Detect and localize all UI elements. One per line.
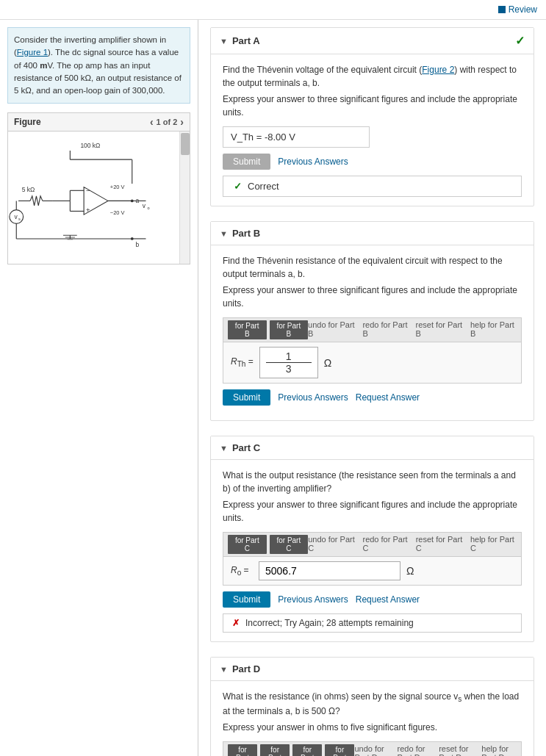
part-c-help: help for Part C	[470, 535, 517, 554]
part-b-header[interactable]: ▼ Part B	[211, 222, 534, 245]
part-b-previous-answers[interactable]: Previous Answers	[278, 392, 348, 403]
svg-text:+20 V: +20 V	[110, 184, 125, 191]
part-b-redo: redo for Part B	[362, 320, 409, 339]
part-b-question: Find the Thévenin resistance of the equi…	[223, 254, 522, 281]
part-a-section: ▼ Part A ✓ Find the Thévenin voltage of …	[210, 27, 534, 206]
part-c-field-label: Ro =	[231, 565, 253, 577]
part-a-body: Find the Thévenin voltage of the equival…	[211, 54, 534, 206]
part-a-submit-button[interactable]: Submit	[223, 154, 270, 170]
part-c-header[interactable]: ▼ Part C	[211, 436, 534, 460]
part-d-redo: redo for Part D	[398, 744, 434, 756]
main-layout: Consider the inverting amplifier shown i…	[0, 20, 546, 756]
part-c-label: Part C	[232, 442, 260, 453]
part-a-previous-answers[interactable]: Previous Answers	[278, 156, 348, 167]
part-b-instruction: Express your answer to three significant…	[223, 284, 522, 310]
figure-header: Figure ‹ 1 of 2 ›	[8, 113, 190, 132]
part-b-math-area: for Part B for Part B undo for Part B re…	[223, 317, 522, 384]
part-c-arrow: ▼	[220, 444, 228, 453]
part-c-toolbar: for Part C for Part C undo for Part C re…	[223, 533, 521, 557]
part-a-correct-box: ✓ Correct	[223, 176, 522, 197]
part-c-undo: undo for Part C	[308, 535, 356, 554]
part-b-label: Part B	[232, 228, 260, 239]
svg-text:s: s	[18, 217, 21, 221]
part-a-question: Find the Thévenin voltage of the equival…	[223, 63, 522, 90]
part-b-arrow: ▼	[220, 229, 228, 238]
part-d-header[interactable]: ▼ Part D	[211, 658, 534, 681]
part-d-toolbar-btn4[interactable]: for Part D	[325, 744, 354, 756]
part-a-answer-value: V_Th = -8.00 V	[231, 132, 295, 143]
part-c-incorrect-box: ✗ Incorrect; Try Again; 28 attempts rema…	[223, 613, 522, 633]
prev-figure-button[interactable]: ‹	[150, 116, 154, 128]
svg-text:5 kΩ: 5 kΩ	[22, 186, 35, 193]
part-c-math-area: for Part C for Part C undo for Part C re…	[223, 532, 522, 586]
part-b-toolbar-right: undo for Part B redo for Part B reset fo…	[308, 320, 517, 339]
part-b-toolbar-btn2[interactable]: for Part B	[270, 320, 309, 339]
part-d-section: ▼ Part D What is the resistance (in ohms…	[210, 657, 534, 756]
part-b-request-answer[interactable]: Request Answer	[356, 392, 420, 403]
part-d-math-area: for Part D for Part D for Part D for Par…	[223, 741, 522, 756]
svg-text:−: −	[86, 187, 90, 195]
part-d-question: What is the resistance (in ohms) seen by…	[223, 690, 522, 718]
part-c-previous-answers[interactable]: Previous Answers	[278, 594, 348, 605]
part-a-instruction: Express your answer to three significant…	[223, 93, 522, 119]
part-c-input[interactable]	[259, 561, 400, 580]
figure-nav: ‹ 1 of 2 ›	[150, 116, 184, 128]
part-d-toolbar-btn1[interactable]: for Part D	[228, 744, 257, 756]
part-d-toolbar-btn2[interactable]: for Part D	[260, 744, 290, 756]
part-c-submit-button[interactable]: Submit	[223, 591, 270, 608]
part-c-toolbar-right: undo for Part C redo for Part C reset fo…	[308, 535, 517, 554]
figure-page: 1 of 2	[157, 118, 178, 126]
svg-text:v: v	[14, 213, 18, 220]
svg-text:o: o	[147, 206, 149, 210]
scrollbar-thumb	[181, 133, 190, 155]
part-b-field-row: RTh = 1 3 Ω	[223, 342, 521, 383]
part-b-submit-button[interactable]: Submit	[223, 389, 270, 406]
part-b-btn-row: Submit Previous Answers Request Answer	[223, 389, 522, 406]
part-c-toolbar-btn1[interactable]: for Part C	[228, 535, 267, 554]
part-b-math-input[interactable]: 1 3	[259, 347, 318, 378]
part-d-toolbar-right: undo for Part D redo for Part D reset fo…	[354, 744, 517, 756]
review-button[interactable]: Review	[498, 4, 537, 15]
figure-section: Figure ‹ 1 of 2 › 100 kΩ 5 kΩ	[7, 112, 190, 264]
part-b-toolbar: for Part B for Part B undo for Part B re…	[223, 318, 521, 342]
figure-content: 100 kΩ 5 kΩ v s	[8, 132, 190, 264]
part-c-redo: redo for Part C	[362, 535, 409, 554]
problem-description: Consider the inverting amplifier shown i…	[7, 27, 190, 104]
figure-scrollbar[interactable]	[179, 132, 190, 264]
part-c-toolbar-btn2[interactable]: for Part C	[270, 535, 309, 554]
part-b-reset: reset for Part B	[416, 320, 464, 339]
part-c-btn-row: Submit Previous Answers Request Answer	[223, 591, 522, 608]
svg-text:+: +	[86, 207, 90, 215]
figure1-link[interactable]: Figure 1	[17, 48, 48, 57]
part-c-instruction: Express your answer to three significant…	[223, 498, 522, 525]
svg-text:100 kΩ: 100 kΩ	[80, 142, 100, 149]
part-a-arrow: ▼	[220, 37, 228, 46]
part-c-body: What is the output resistance (the resis…	[211, 460, 534, 641]
part-d-label: Part D	[232, 663, 260, 674]
part-d-arrow: ▼	[220, 665, 228, 674]
part-c-incorrect-label: Incorrect; Try Again; 28 attempts remain…	[245, 618, 414, 628]
part-c-unit: Ω	[406, 565, 414, 577]
part-d-toolbar-btn3[interactable]: for Part D	[292, 744, 322, 756]
figure2-link[interactable]: Figure 2	[422, 65, 454, 75]
part-a-checkmark: ✓	[515, 34, 525, 48]
part-b-section: ▼ Part B Find the Thévenin resistance of…	[210, 221, 534, 421]
part-c-section: ▼ Part C What is the output resistance (…	[210, 436, 534, 642]
part-a-label: Part A	[232, 35, 260, 46]
next-figure-button[interactable]: ›	[180, 116, 184, 128]
review-label: Review	[509, 4, 537, 15]
part-d-toolbar-left: for Part D for Part D for Part D for Par…	[228, 744, 354, 756]
svg-text:v: v	[143, 202, 146, 209]
correct-check-icon: ✓	[234, 181, 242, 192]
part-d-body: What is the resistance (in ohms) seen by…	[211, 681, 534, 756]
part-c-request-answer[interactable]: Request Answer	[356, 594, 420, 605]
part-b-toolbar-btn1[interactable]: for Part B	[228, 320, 267, 339]
part-b-help: help for Part B	[470, 320, 517, 339]
part-c-field-row: Ro = Ω	[223, 557, 521, 585]
part-b-unit: Ω	[324, 357, 331, 369]
part-a-header[interactable]: ▼ Part A ✓	[211, 28, 534, 54]
part-d-reset: reset for Part D	[439, 744, 475, 756]
circuit-diagram: 100 kΩ 5 kΩ v s	[8, 132, 173, 256]
part-a-answer-box: V_Th = -8.00 V	[223, 126, 370, 148]
figure-title: Figure	[14, 117, 41, 127]
